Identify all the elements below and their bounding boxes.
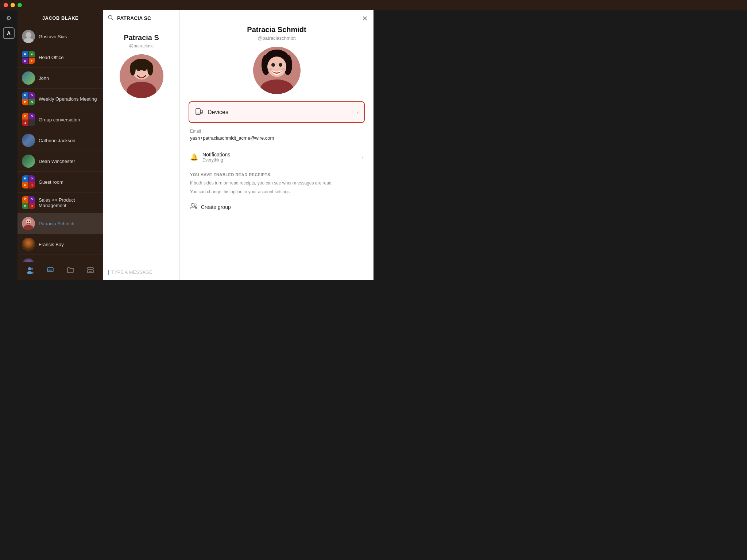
archive-icon[interactable] (84, 264, 97, 279)
create-group-label: Create group (201, 204, 231, 210)
sidebar-item-francis-bay[interactable]: Francis Bay (18, 234, 103, 255)
read-receipts-section: YOU HAVE ENABLED READ RECEIPTS If both s… (189, 172, 365, 197)
avatar-dean-svg (22, 155, 35, 168)
sidebar-item-cathrine-jackson[interactable]: Cathrine Jackson (18, 130, 103, 151)
svg-point-6 (26, 219, 31, 224)
devices-row[interactable]: Devices › (189, 101, 365, 123)
avatar-cathrine-svg (22, 134, 35, 147)
avatar-guest-room: B D F J (22, 175, 35, 188)
cursor-line (108, 270, 109, 275)
notifications-sub: Everything (202, 158, 357, 163)
icon-bar: ⚙ A (0, 10, 18, 280)
avatar-group-conv: C D J (22, 113, 35, 126)
folder-icon[interactable] (64, 264, 77, 279)
sidebar-item-label: Dean Winchester (39, 159, 99, 164)
create-group-row[interactable]: Create group (189, 197, 365, 211)
notifications-title: Notifications (202, 152, 357, 158)
svg-rect-19 (88, 268, 93, 269)
avatar-francis (22, 238, 35, 251)
svg-rect-2 (22, 71, 35, 85)
close-button[interactable] (4, 3, 8, 7)
email-section: Email yash+patraciaschmidt_acme@wire.com (189, 129, 365, 147)
avatar-cathrine (22, 134, 35, 147)
profile-close-button[interactable]: ✕ (362, 15, 368, 23)
svg-rect-42 (196, 109, 200, 114)
search-icon[interactable] (108, 15, 113, 22)
svg-point-41 (281, 68, 286, 71)
profile-name: Patracia Schmidt (247, 26, 306, 34)
svg-rect-16 (47, 268, 53, 272)
sidebar-item-label: Head Office (39, 55, 99, 60)
read-receipts-text1: If both sides turn on read receipts, you… (190, 180, 363, 186)
read-receipts-title: YOU HAVE ENABLED READ RECEIPTS (190, 172, 363, 177)
svg-point-46 (191, 203, 194, 206)
sidebar-item-sales-product[interactable]: C D G J Sales <> Product Management (18, 192, 103, 213)
sidebar-item-group-conversation[interactable]: C D J Group conversation (18, 109, 103, 130)
avatar-head-office: B C D F (22, 51, 35, 64)
svg-line-23 (112, 19, 113, 20)
svg-point-14 (31, 268, 33, 270)
svg-point-1 (24, 38, 33, 43)
avatar-gustavo (22, 30, 35, 43)
svg-rect-3 (22, 134, 35, 147)
svg-rect-4 (22, 155, 35, 168)
notifications-chevron-icon: › (361, 154, 363, 160)
svg-point-15 (31, 272, 34, 274)
avatar-justine (22, 258, 35, 262)
messages-icon[interactable] (44, 264, 57, 279)
sidebar-item-dean-winchester[interactable]: Dean Winchester (18, 151, 103, 172)
sidebar-item-label: Francis Bay (39, 242, 99, 247)
devices-icon (195, 107, 203, 117)
svg-rect-10 (22, 238, 35, 251)
sidebar-item-guest-room[interactable]: B D F J Guest room (18, 172, 103, 192)
avatar-sales-product: C D G J (22, 196, 35, 209)
sidebar: JACOB BLAKE Gustavo Sias B C D (18, 10, 103, 280)
avatar-dean (22, 155, 35, 168)
profile-handle: @patraciaschmidt (258, 35, 295, 41)
avatar-gustavo-svg (22, 30, 35, 43)
notifications-row[interactable]: 🔔 Notifications Everything › (189, 147, 365, 168)
devices-chevron-icon: › (356, 109, 358, 115)
people-icon[interactable] (24, 264, 37, 279)
svg-rect-11 (22, 258, 35, 262)
email-value: yash+patraciaschmidt_acme@wire.com (190, 135, 363, 141)
avatar-weekly: B D F G (22, 92, 35, 105)
chat-avatar-large (120, 54, 163, 98)
gear-icon[interactable]: ⚙ (6, 15, 11, 22)
avatar-john (22, 71, 35, 85)
read-receipts-text2: You can change this option in your accou… (190, 188, 363, 195)
avatar-francis-svg (22, 238, 35, 251)
avatar-justine-svg (22, 258, 35, 262)
chat-footer[interactable]: TYPE A MESSAGE (103, 264, 179, 280)
profile-content: Patracia Schmidt @patraciaschmidt (180, 23, 374, 217)
sidebar-item-head-office[interactable]: B C D F Head Office (18, 47, 103, 68)
svg-rect-44 (200, 110, 202, 113)
chat-user-name: Patracia S (124, 34, 159, 42)
sidebar-item-patracia-schmidt[interactable]: Patracia Schmidt (18, 213, 103, 234)
sidebar-footer (18, 262, 103, 280)
svg-point-38 (279, 63, 282, 67)
sidebar-item-weekly-operations[interactable]: B D F G Weekly Operations Meeting (18, 89, 103, 109)
minimize-button[interactable] (11, 3, 15, 7)
type-message-placeholder: TYPE A MESSAGE (111, 269, 152, 275)
sidebar-item-label: Sales <> Product Management (39, 197, 99, 208)
chat-username: @patraciasс (129, 43, 154, 48)
bell-icon: 🔔 (190, 153, 198, 161)
sidebar-list: Gustavo Sias B C D F Head Office (18, 26, 103, 262)
sidebar-item-label: Gustavo Sias (39, 34, 99, 39)
notifications-text: Notifications Everything (202, 152, 357, 163)
svg-point-31 (147, 62, 153, 75)
sidebar-item-john[interactable]: John (18, 68, 103, 89)
svg-point-0 (26, 32, 31, 38)
create-group-icon (190, 202, 197, 211)
svg-point-9 (29, 221, 30, 222)
user-avatar-a[interactable]: A (3, 27, 15, 39)
svg-point-8 (27, 221, 28, 222)
avatar-john-svg (22, 71, 35, 85)
sidebar-item-gustavo-sias[interactable]: Gustavo Sias (18, 26, 103, 47)
sidebar-item-label: Patracia Schmidt (39, 221, 99, 226)
sidebar-item-justine-hugo[interactable]: Justine Hugo (18, 255, 103, 262)
maximize-button[interactable] (18, 3, 22, 7)
main-chat-panel: PATRACIA SC Patracia S @patraciasс (103, 10, 180, 280)
sidebar-item-label: Cathrine Jackson (39, 138, 99, 143)
